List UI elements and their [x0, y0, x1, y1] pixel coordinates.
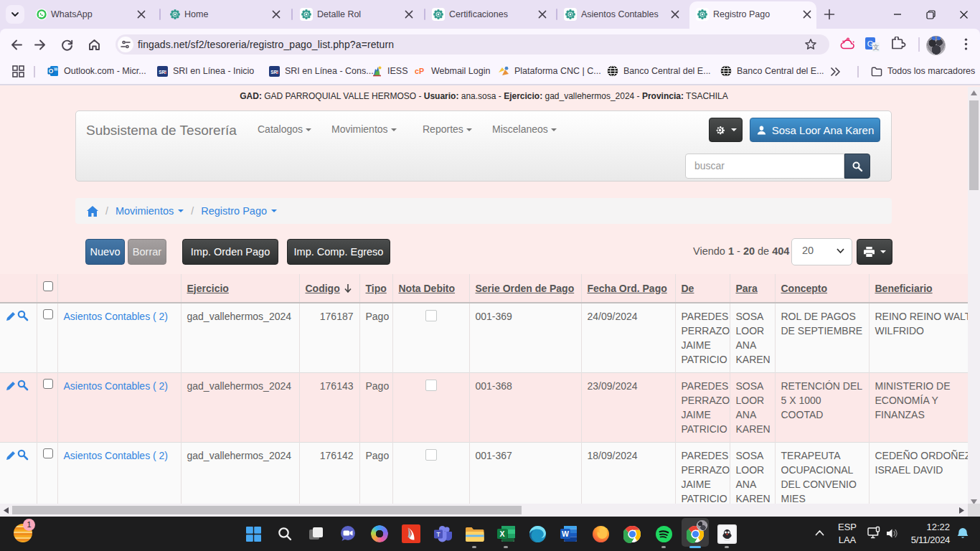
svg-text:文: 文 — [873, 44, 880, 51]
svg-text:T: T — [436, 531, 440, 538]
svg-text:W: W — [562, 529, 569, 538]
svg-text:O: O — [49, 67, 54, 75]
svg-text:X: X — [499, 529, 504, 538]
svg-text:cP: cP — [415, 67, 424, 75]
